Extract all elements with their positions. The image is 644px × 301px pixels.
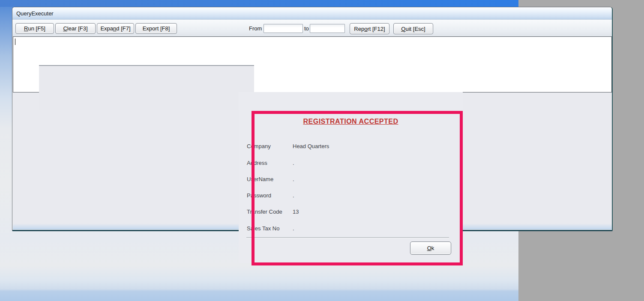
from-input[interactable] bbox=[264, 24, 303, 33]
row-value: . bbox=[293, 160, 294, 166]
row-label: Transfer Code bbox=[247, 209, 282, 215]
row-label: Password bbox=[247, 192, 271, 199]
registration-row: Company Head Quarters bbox=[239, 143, 463, 150]
to-label: to bbox=[304, 25, 309, 32]
report-button[interactable]: Report [F12] bbox=[350, 23, 389, 34]
ok-button[interactable]: Ok bbox=[410, 241, 451, 255]
expand-button[interactable]: Expand [F7] bbox=[97, 23, 134, 34]
registration-row: UserName . bbox=[239, 176, 463, 183]
row-value: Head Quarters bbox=[293, 143, 329, 149]
clear-button[interactable]: Clear [F3] bbox=[55, 23, 96, 34]
to-input[interactable] bbox=[310, 24, 345, 33]
registration-title: REGISTRATION ACCEPTED bbox=[239, 118, 463, 125]
run-button[interactable]: Run [F5] bbox=[15, 23, 54, 34]
quit-button[interactable]: Quit [Esc] bbox=[393, 23, 433, 34]
registration-panel: REGISTRATION ACCEPTED Company Head Quart… bbox=[239, 92, 463, 263]
row-value: . bbox=[293, 225, 294, 232]
window-title: QueryExecuter bbox=[16, 10, 54, 17]
row-label: Address bbox=[247, 160, 267, 166]
row-label: Sales Tax No bbox=[247, 225, 279, 232]
row-value: . bbox=[293, 192, 294, 199]
desktop-top-strip bbox=[0, 0, 518, 7]
divider bbox=[246, 237, 449, 238]
registration-row: Password . bbox=[239, 192, 463, 199]
title-bar[interactable]: QueryExecuter bbox=[12, 7, 612, 20]
form-step-panel bbox=[39, 65, 254, 110]
row-value: 13 bbox=[293, 209, 299, 215]
export-button[interactable]: Export [F8] bbox=[135, 23, 177, 34]
row-label: UserName bbox=[247, 176, 273, 182]
registration-row: Address . bbox=[239, 160, 463, 167]
screen: QueryExecuter Run [F5] Clear [F3] Expand… bbox=[0, 0, 644, 301]
text-caret bbox=[15, 39, 15, 45]
toolbar: Run [F5] Clear [F3] Expand [F7] Export [… bbox=[12, 20, 612, 36]
registration-row: Transfer Code 13 bbox=[239, 209, 463, 215]
row-label: Company bbox=[247, 143, 271, 149]
from-label: From bbox=[249, 25, 262, 32]
registration-row: Sales Tax No . bbox=[239, 225, 463, 232]
row-value: . bbox=[293, 176, 294, 182]
